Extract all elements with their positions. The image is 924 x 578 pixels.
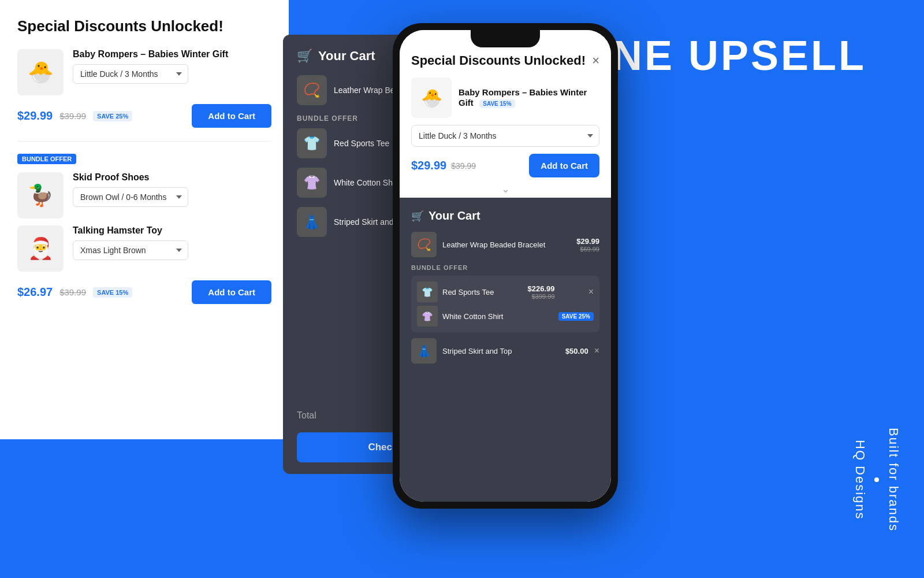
chevron-down-icon: ⌄: [501, 183, 510, 195]
product-item-3: 🎅 Talking Hamster Toy Xmas Light Brown: [17, 225, 271, 272]
price-original-1: $39.99: [59, 111, 86, 121]
phone-save-badge: SAVE 15%: [479, 99, 515, 108]
left-panel-title: Special Discounts Unlocked!: [17, 17, 271, 35]
cart-item-img-4: 👗: [297, 207, 327, 237]
phone-discount-title: Special Discounts Unlocked!: [411, 53, 599, 68]
subtitle-hq: HQ Designs: [852, 440, 867, 520]
phone-cart-striped-name: Striped Skirt and Top: [442, 347, 560, 355]
phone-bundle-remove[interactable]: ×: [588, 287, 594, 297]
price-action-3: $26.97 $39.99 SAVE 15% Add to Cart: [17, 279, 271, 306]
phone-cart-bracelet-name: Leather Wrap Beaded Bracelet: [442, 240, 571, 249]
phone-bundle-save-badge: SAVE 25%: [558, 312, 594, 321]
price-current-3: $26.97: [17, 286, 53, 299]
product-item-2: 🦆 Skid Proof Shoes Brown Owl / 0-6 Month…: [17, 172, 271, 218]
add-to-cart-button-1[interactable]: Add to Cart: [192, 104, 271, 128]
phone-variant-select[interactable]: Little Duck / 3 Months: [411, 125, 599, 147]
phone-price-row: $29.99 $39.99 Add to Cart: [411, 154, 599, 177]
phone-close-button[interactable]: ×: [592, 53, 599, 68]
cart-item-name-2: Red Sports Tee: [334, 139, 389, 148]
phone-product-info: Baby Rompers – Babies Winter Gift SAVE 1…: [459, 87, 599, 108]
phone-cart-header: 🛒 Your Cart: [411, 209, 599, 223]
phone-product-row: 🐣 Baby Rompers – Babies Winter Gift SAVE…: [411, 77, 599, 118]
chevron-down: ⌄: [400, 183, 611, 195]
phone-cart-item-striped: 👗 Striped Skirt and Top $50.00 ×: [411, 338, 599, 364]
phone-cart-section: 🛒 Your Cart 📿 Leather Wrap Beaded Bracel…: [400, 198, 611, 502]
phone-bundle-img-2: 👚: [417, 306, 438, 327]
cart-item-img-2: 👕: [297, 128, 327, 158]
cart-title: Your Cart: [318, 49, 375, 64]
phone-price-current: $29.99: [411, 159, 446, 172]
divider-1: [17, 141, 271, 142]
phone-mockup: × Special Discounts Unlocked! 🐣 Baby Rom…: [393, 23, 618, 509]
dot-separator: [874, 477, 879, 482]
cart-icon: 🛒: [297, 49, 312, 64]
phone-content: × Special Discounts Unlocked! 🐣 Baby Rom…: [400, 30, 611, 502]
cart-item-name-3: White Cotton Shirt: [334, 178, 400, 187]
phone-bundle-label: BUNDLE OFFER: [411, 264, 599, 271]
phone-product-name-text: Baby Rompers – Babies Winter Gift: [459, 87, 587, 108]
phone-cart-bracelet-price-col: $29.99 $69.99: [576, 237, 599, 253]
product-image-1: 🐣: [17, 49, 64, 95]
variant-select-3[interactable]: Xmas Light Brown: [73, 240, 188, 260]
phone-striped-remove[interactable]: ×: [594, 346, 599, 356]
phone-price-left: $29.99 $39.99: [411, 159, 476, 172]
phone-cart-item-bracelet: 📿 Leather Wrap Beaded Bracelet $29.99 $6…: [411, 232, 599, 257]
cart-item-img-1: 📿: [297, 75, 327, 105]
price-original-3: $39.99: [59, 287, 86, 297]
phone-notch: [471, 30, 540, 47]
price-row-3: $26.97 $39.99 SAVE 15%: [17, 286, 132, 299]
phone-cart-bracelet-img: 📿: [411, 232, 437, 257]
phone-discount-panel: × Special Discounts Unlocked! 🐣 Baby Rom…: [400, 30, 611, 189]
product-image-2: 🦆: [17, 172, 64, 218]
product-name-2: Skid Proof Shoes: [73, 172, 271, 183]
variant-select-2[interactable]: Brown Owl / 0-6 Months: [73, 187, 188, 207]
product-info-3: Talking Hamster Toy Xmas Light Brown: [73, 225, 271, 260]
phone-price-original: $39.99: [451, 161, 476, 171]
phone-cart-striped-img: 👗: [411, 338, 437, 364]
price-current-1: $29.99: [17, 109, 53, 123]
variant-select-1[interactable]: Little Duck / 3 Months: [73, 64, 188, 84]
product-name-3: Talking Hamster Toy: [73, 225, 271, 236]
product-item-1: 🐣 Baby Rompers – Babies Winter Gift Litt…: [17, 49, 271, 95]
phone-cart-bracelet-price: $29.99: [576, 237, 599, 246]
phone-bundle-block: 👕 Red Sports Tee $226.99 $399.99 × 👚 Whi…: [411, 276, 599, 332]
phone-bundle-orig: $399.99: [528, 293, 555, 300]
phone-bundle-img-1: 👕: [417, 281, 438, 302]
phone-cart-icon: 🛒: [411, 210, 424, 223]
price-row-1: $29.99 $39.99 SAVE 25%: [17, 109, 132, 123]
phone-add-to-cart-button[interactable]: Add to Cart: [529, 154, 599, 177]
phone-bundle-name-2: White Cotton Shirt: [442, 312, 504, 321]
phone-product-img: 🐣: [411, 77, 452, 118]
save-badge-1: SAVE 25%: [93, 111, 132, 121]
price-action-1: $29.99 $39.99 SAVE 25% Add to Cart: [17, 102, 271, 129]
left-discount-panel: Special Discounts Unlocked! 🐣 Baby Rompe…: [0, 0, 289, 439]
save-badge-3: SAVE 15%: [93, 287, 132, 298]
phone-cart-striped-price: $50.00: [565, 347, 588, 355]
cart-item-img-3: 👚: [297, 168, 327, 198]
product-info-1: Baby Rompers – Babies Winter Gift Little…: [73, 49, 271, 84]
phone-cart-title: Your Cart: [429, 209, 480, 223]
subtitle-built: Built for brands: [886, 428, 901, 532]
background-subtitle: Built for brands HQ Designs: [852, 428, 901, 532]
phone-screen: × Special Discounts Unlocked! 🐣 Baby Rom…: [400, 30, 611, 502]
product-name-1: Baby Rompers – Babies Winter Gift: [73, 49, 271, 60]
phone-cart-bracelet-orig: $69.99: [576, 246, 599, 253]
add-to-cart-button-3[interactable]: Add to Cart: [192, 280, 271, 304]
phone-bundle-name-1: Red Sports Tee: [442, 288, 494, 297]
phone-product-name: Baby Rompers – Babies Winter Gift SAVE 1…: [459, 87, 599, 108]
phone-bundle-price: $226.99: [528, 284, 555, 293]
product-info-2: Skid Proof Shoes Brown Owl / 0-6 Months: [73, 172, 271, 207]
product-image-3: 🎅: [17, 225, 64, 272]
bundle-badge: BUNDLE OFFER: [17, 154, 76, 164]
